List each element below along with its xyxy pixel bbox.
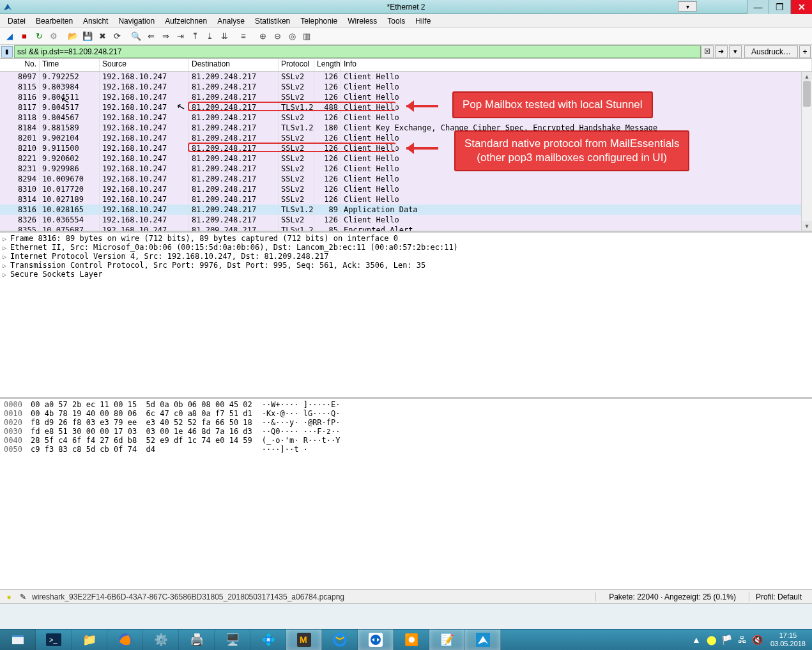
menu-telephonie[interactable]: Telephonie — [295, 15, 342, 27]
details-tree-item[interactable]: Ethernet II, Src: Microsof_0a:0b:06 (00:… — [3, 243, 809, 252]
hex-row[interactable]: 004028 5f c4 6f f4 27 6d b8 52 e9 df 1c … — [4, 436, 808, 445]
packet-row[interactable]: 829410.009670192.168.10.24781.209.248.21… — [0, 174, 812, 184]
taskbar-teamviewer[interactable] — [358, 630, 394, 651]
capture-options-icon[interactable]: ⚙ — [47, 29, 61, 43]
packet-list-header[interactable]: No. Time Source Destination Protocol Len… — [0, 59, 812, 72]
filter-history-icon[interactable]: ▾ — [729, 45, 742, 58]
go-back-icon[interactable]: ⇐ — [144, 29, 158, 43]
menu-aufzeichnen[interactable]: Aufzeichnen — [160, 15, 212, 27]
find-packet-icon[interactable]: 🔍 — [129, 29, 143, 43]
restart-capture-icon[interactable]: ↻ — [32, 29, 46, 43]
taskbar-start-button[interactable] — [0, 630, 36, 651]
column-header-destination[interactable]: Destination — [189, 59, 279, 71]
taskbar-app-3[interactable]: 🖥️ — [215, 630, 250, 651]
colorize-icon[interactable]: ≡ — [236, 29, 250, 43]
packet-row[interactable]: 82219.920602192.168.10.24781.209.248.217… — [0, 153, 812, 164]
packet-row[interactable]: 80979.792252192.168.10.24781.209.248.217… — [0, 72, 812, 82]
apply-filter-icon[interactable]: ➜ — [715, 45, 728, 58]
minimize-button[interactable]: — — [747, 0, 769, 14]
menu-navigation[interactable]: Navigation — [113, 15, 160, 27]
taskbar-app-4[interactable]: 💠 — [250, 630, 286, 651]
taskbar-app-2[interactable]: 🖨️ — [179, 630, 215, 651]
add-filter-button[interactable]: + — [799, 45, 811, 58]
packet-row[interactable]: 835510.075687192.168.10.24781.209.248.21… — [0, 225, 812, 233]
menu-bearbeiten[interactable]: Bearbeiten — [31, 15, 78, 27]
tray-icon[interactable]: ▲ — [690, 633, 703, 646]
clear-filter-icon[interactable]: ☒ — [701, 45, 714, 58]
bookmark-filter-icon[interactable]: ▮ — [1, 46, 13, 58]
hex-row[interactable]: 0050c9 f3 83 c8 5d cb 0f 74 d4 ····]··t … — [4, 445, 808, 454]
menu-datei[interactable]: Datei — [3, 15, 31, 27]
packet-row[interactable]: 831410.027189192.168.10.24781.209.248.21… — [0, 194, 812, 205]
taskbar-wireshark[interactable] — [465, 630, 501, 651]
auto-scroll-icon[interactable]: ⇊ — [217, 29, 231, 43]
tray-volume-icon[interactable]: 🔇 — [751, 633, 764, 646]
taskbar-notepad[interactable]: 📝 — [429, 630, 465, 651]
close-button[interactable]: ✕ — [790, 0, 812, 14]
save-file-icon[interactable]: 💾 — [80, 29, 95, 43]
scroll-thumb[interactable] — [803, 81, 811, 107]
start-capture-icon[interactable]: ◢ — [3, 29, 17, 43]
close-file-icon[interactable]: ✖ — [95, 29, 109, 43]
menu-tools[interactable]: Tools — [382, 15, 410, 27]
packet-row[interactable]: 831610.028165192.168.10.24781.209.248.21… — [0, 205, 812, 215]
go-last-icon[interactable]: ⤓ — [203, 29, 217, 43]
taskbar-mobaxterm[interactable]: M — [286, 630, 322, 651]
scroll-down-icon[interactable]: ▼ — [802, 221, 812, 231]
expert-info-icon[interactable]: ✎ — [18, 592, 28, 602]
tray-icon[interactable]: ⬤ — [705, 633, 718, 646]
column-header-info[interactable]: Info — [341, 59, 812, 71]
menu-ansicht[interactable]: Ansicht — [78, 15, 113, 27]
packet-bytes-pane[interactable]: 000000 a0 57 2b ec 11 00 15 5d 0a 0b 06 … — [0, 399, 812, 571]
go-first-icon[interactable]: ⤒ — [188, 29, 202, 43]
hex-row[interactable]: 001000 4b 78 19 40 00 80 06 6c 47 c0 a8 … — [4, 409, 808, 418]
open-file-icon[interactable]: 📂 — [66, 29, 80, 43]
resize-columns-icon[interactable]: ▥ — [300, 29, 314, 43]
tray-flag-icon[interactable]: 🏳️ — [721, 633, 733, 646]
details-tree-item[interactable]: Frame 8316: 89 bytes on wire (712 bits),… — [3, 234, 809, 243]
zoom-in-icon[interactable]: ⊕ — [256, 29, 270, 43]
status-profile[interactable]: Profil: Default — [749, 592, 808, 601]
tray-clock[interactable]: 17:15 03.05.2018 — [765, 631, 811, 648]
column-header-time[interactable]: Time — [40, 59, 100, 71]
hex-row[interactable]: 000000 a0 57 2b ec 11 00 15 5d 0a 0b 06 … — [4, 400, 808, 409]
details-tree-item[interactable]: Transmission Control Protocol, Src Port:… — [3, 261, 809, 270]
taskbar-app-5[interactable]: ⏺️ — [394, 630, 429, 651]
column-header-source[interactable]: Source — [100, 59, 189, 71]
menu-wireless[interactable]: Wireless — [342, 15, 382, 27]
hex-row[interactable]: 0030fd e8 51 30 00 00 17 03 03 00 1e 46 … — [4, 427, 808, 436]
stop-capture-icon[interactable]: ■ — [17, 29, 31, 43]
taskbar-firefox[interactable] — [107, 630, 143, 651]
menu-hilfe[interactable]: Hilfe — [410, 15, 436, 27]
packet-row[interactable]: 82319.929986192.168.10.24781.209.248.217… — [0, 164, 812, 174]
packet-row[interactable]: 81849.881589192.168.10.24781.209.248.217… — [0, 123, 812, 133]
go-forward-icon[interactable]: ⇒ — [158, 29, 172, 43]
taskbar-ie[interactable] — [322, 630, 358, 651]
tray-network-icon[interactable]: 🖧 — [736, 633, 749, 646]
packet-row[interactable]: 81189.804567192.168.10.24781.209.248.217… — [0, 112, 812, 123]
expression-button[interactable]: Ausdruck… — [744, 45, 798, 58]
packet-list-scrollbar[interactable]: ▲ ▼ — [801, 72, 812, 231]
packet-row[interactable]: 82019.902104192.168.10.24781.209.248.217… — [0, 133, 812, 143]
zoom-out-icon[interactable]: ⊖ — [270, 29, 284, 43]
column-header-length[interactable]: Length — [314, 59, 341, 71]
go-to-packet-icon[interactable]: ⇥ — [173, 29, 187, 43]
details-tree-item[interactable]: Secure Sockets Layer — [3, 270, 809, 279]
taskbar-app-1[interactable]: ⚙️ — [143, 630, 179, 651]
taskbar-powershell[interactable]: >_ — [36, 630, 72, 651]
details-tree-item[interactable]: Internet Protocol Version 4, Src: 192.16… — [3, 252, 809, 261]
menu-statistiken[interactable]: Statistiken — [250, 15, 295, 27]
packet-row[interactable]: 831010.017720192.168.10.24781.209.248.21… — [0, 184, 812, 194]
menu-analyse[interactable]: Analyse — [212, 15, 250, 27]
packet-row[interactable]: 832610.036554192.168.10.24781.209.248.21… — [0, 215, 812, 225]
hex-row[interactable]: 0020f8 d9 26 f8 03 e3 79 ee e3 40 52 52 … — [4, 418, 808, 427]
column-header-protocol[interactable]: Protocol — [279, 59, 314, 71]
column-header-no[interactable]: No. — [0, 59, 40, 71]
taskbar-explorer[interactable]: 📁 — [72, 630, 107, 651]
zoom-reset-icon[interactable]: ◎ — [285, 29, 299, 43]
maximize-button[interactable]: ❐ — [769, 0, 790, 14]
scroll-up-icon[interactable]: ▲ — [802, 72, 812, 81]
packet-row[interactable]: 81159.803984192.168.10.24781.209.248.217… — [0, 82, 812, 92]
title-dropdown[interactable]: ▾ — [678, 1, 697, 12]
packet-details-pane[interactable]: Frame 8316: 89 bytes on wire (712 bits),… — [0, 233, 812, 399]
